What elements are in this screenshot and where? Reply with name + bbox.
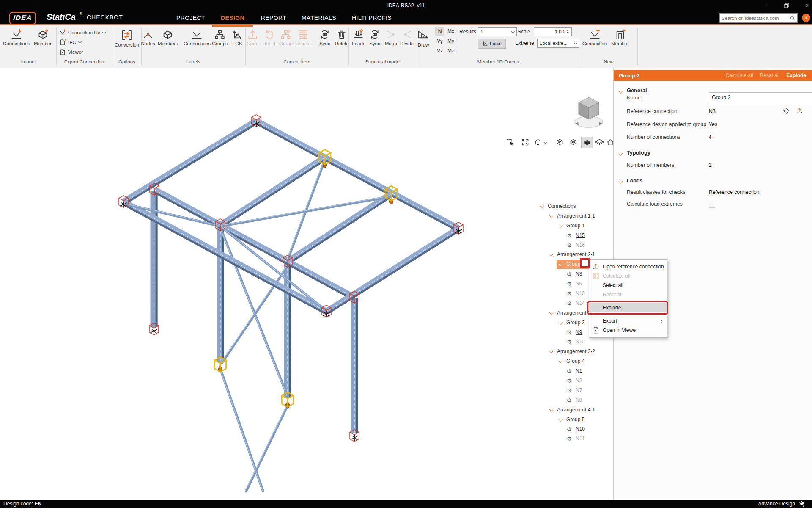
rotate-options-dropdown[interactable] bbox=[543, 137, 549, 147]
force-component-my[interactable]: My bbox=[446, 37, 455, 45]
import-connections-button[interactable]: Connections bbox=[3, 29, 30, 46]
labels-groups-button[interactable]: Groups bbox=[212, 29, 228, 46]
tab-materials[interactable]: MATERIALS bbox=[302, 11, 336, 24]
chevron-down-icon[interactable] bbox=[559, 359, 563, 363]
menu-item-open-in-viewer[interactable]: Open in Viewer bbox=[589, 326, 667, 335]
calculate-icon bbox=[297, 29, 309, 40]
zoom-extents-button[interactable] bbox=[520, 137, 531, 147]
tree-item-n2[interactable]: ⚙N2 bbox=[534, 376, 613, 386]
target-icon[interactable] bbox=[782, 107, 790, 115]
tree-item-group-1[interactable]: Group 1 bbox=[534, 221, 613, 231]
chevron-down-icon bbox=[544, 140, 547, 144]
conversion-button[interactable]: Conversion bbox=[115, 29, 139, 47]
export-viewer-button[interactable]: Viewer bbox=[59, 48, 83, 56]
close-button[interactable]: × bbox=[798, 0, 812, 11]
tree-item-n8[interactable]: ⚙N8 bbox=[534, 395, 613, 405]
chevron-down-icon[interactable] bbox=[559, 417, 563, 421]
tree-item-arrangement-1-1[interactable]: Arrangement 1-1 bbox=[534, 211, 613, 221]
menu-item-select-all[interactable]: Select all bbox=[589, 281, 667, 290]
spinner-arrows[interactable]: ▲▼ bbox=[566, 29, 569, 34]
force-component-mx[interactable]: Mx bbox=[446, 27, 455, 36]
chevron-down-icon[interactable] bbox=[549, 310, 554, 315]
view-solid-button[interactable] bbox=[581, 137, 593, 148]
tree-item-n12[interactable]: ⚙N12 bbox=[534, 337, 613, 347]
import-member-button[interactable]: Member bbox=[34, 29, 52, 46]
chevron-down-icon[interactable] bbox=[549, 407, 554, 411]
force-component-vy[interactable]: Vy bbox=[435, 37, 444, 45]
sync-model-button[interactable]: Sync bbox=[369, 29, 381, 46]
cube-wireframe-icon bbox=[555, 138, 564, 146]
results-dropdown[interactable]: 1 bbox=[478, 27, 517, 36]
tree-item-group-4[interactable]: Group 4 bbox=[534, 356, 613, 366]
view-wireframe-button[interactable] bbox=[554, 137, 565, 147]
tab-hilti-profis[interactable]: HILTI PROFIS bbox=[352, 11, 392, 24]
tree-item-n7[interactable]: ⚙N7 bbox=[534, 386, 613, 395]
tab-design[interactable]: DESIGN bbox=[221, 11, 244, 24]
tree-item-n16[interactable]: ⚙N16 bbox=[534, 240, 613, 250]
tree-item-n15[interactable]: ⚙N15 bbox=[534, 231, 613, 240]
navigation-cube[interactable] bbox=[572, 92, 606, 131]
chevron-down-icon[interactable] bbox=[559, 320, 563, 324]
minimize-button[interactable]: − bbox=[757, 0, 775, 11]
clip-plane-button[interactable] bbox=[594, 137, 605, 147]
tab-report[interactable]: REPORT bbox=[261, 11, 287, 24]
select-tool-button[interactable] bbox=[505, 137, 516, 147]
force-component-vz[interactable]: Vz bbox=[435, 47, 444, 55]
menu-item-label: Explode bbox=[603, 305, 621, 311]
labels-lcs-button[interactable]: LCS bbox=[232, 29, 243, 46]
tree-item-n1[interactable]: ⚙N1 bbox=[534, 366, 613, 376]
loads-button[interactable]: Loads bbox=[352, 29, 365, 46]
calculate-all-action: Calculate all bbox=[725, 72, 753, 78]
tree-item-n10[interactable]: ⚙N10 bbox=[534, 424, 613, 434]
view-hidden-edges-button[interactable] bbox=[568, 137, 579, 147]
3d-viewport[interactable] bbox=[0, 68, 614, 500]
extreme-dropdown[interactable]: Local extre... bbox=[537, 39, 579, 48]
draw-forces-button[interactable]: Draw bbox=[417, 29, 430, 47]
tab-project[interactable]: PROJECT bbox=[176, 11, 205, 24]
chevron-down-icon[interactable] bbox=[549, 349, 554, 353]
chevron-down-icon[interactable] bbox=[549, 213, 554, 218]
calculate-load-extremes-checkbox[interactable] bbox=[709, 202, 715, 208]
chevron-down-icon[interactable] bbox=[619, 152, 623, 156]
search-box[interactable] bbox=[719, 13, 798, 23]
force-component-mz[interactable]: Mz bbox=[446, 47, 455, 55]
labels-nodes-button[interactable]: Nodes bbox=[141, 29, 155, 46]
rotate-view-button[interactable] bbox=[532, 137, 543, 147]
tree-item-arrangement-4-1[interactable]: Arrangement 4-1 bbox=[534, 405, 613, 415]
new-member-button[interactable]: Member bbox=[611, 29, 629, 46]
tree-item-connections[interactable]: Connections bbox=[534, 202, 613, 211]
tree-item-n11[interactable]: ⚙N11 bbox=[534, 434, 613, 444]
info-icon[interactable]: i bbox=[802, 14, 810, 22]
force-component-n[interactable]: N bbox=[435, 27, 444, 36]
chevron-down-icon[interactable] bbox=[540, 204, 544, 208]
menu-item-open-reference-connection[interactable]: Open reference connection bbox=[589, 262, 667, 271]
menu-item-reset-all[interactable]: Reset all bbox=[589, 290, 667, 299]
tree-item-arrangement-3-2[interactable]: Arrangement 3-2 bbox=[534, 347, 613, 356]
chevron-down-icon bbox=[511, 29, 515, 33]
chevron-down-icon[interactable] bbox=[559, 223, 563, 227]
chevron-down-icon[interactable] bbox=[619, 89, 623, 94]
members-icon bbox=[162, 29, 174, 40]
scale-input[interactable]: 1.00 ▲▼ bbox=[534, 27, 572, 36]
open-reference-icon[interactable] bbox=[796, 107, 803, 115]
menu-item-explode[interactable]: Explode bbox=[589, 303, 667, 312]
delete-button[interactable]: Delete bbox=[335, 29, 348, 46]
tree-item-arrangement-2-1[interactable]: Arrangement 2-1 bbox=[534, 250, 613, 260]
labels-connections-button[interactable]: Connections bbox=[184, 29, 211, 46]
menu-item-export[interactable]: Export› bbox=[589, 316, 667, 326]
tree-item-group-5[interactable]: Group 5 bbox=[534, 415, 613, 425]
labels-members-button[interactable]: Members bbox=[158, 29, 178, 46]
chevron-down-icon[interactable] bbox=[549, 252, 554, 257]
magnifier-icon[interactable] bbox=[789, 15, 796, 22]
group-name-input[interactable] bbox=[709, 92, 812, 102]
chevron-down-icon[interactable] bbox=[619, 179, 623, 184]
local-toggle-button[interactable]: Local bbox=[478, 39, 506, 49]
sync-current-button[interactable]: Sync bbox=[319, 29, 331, 46]
menu-item-calculate-all[interactable]: Calculate all bbox=[589, 271, 667, 281]
explode-action[interactable]: Explode bbox=[786, 72, 806, 78]
export-connection-file-button[interactable]: Connection file bbox=[59, 28, 105, 37]
search-input[interactable] bbox=[720, 16, 789, 21]
maximize-button[interactable] bbox=[778, 0, 796, 11]
export-ifc-button[interactable]: IFC bbox=[59, 38, 81, 47]
new-connection-button[interactable]: Connection bbox=[582, 29, 607, 46]
